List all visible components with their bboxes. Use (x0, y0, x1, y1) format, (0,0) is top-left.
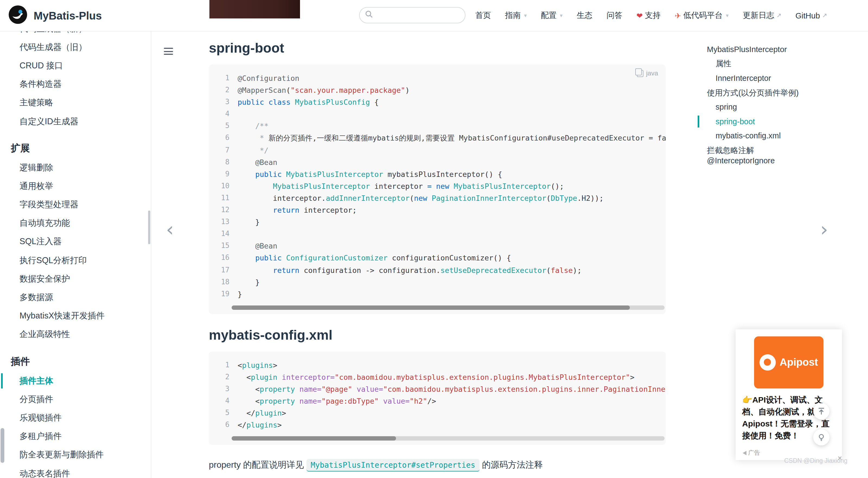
nav-item-4[interactable]: 生态 (577, 10, 592, 21)
section-heading-spring-boot: spring-boot (209, 40, 665, 56)
sidebar-item[interactable]: 数据安全保护 (0, 270, 151, 288)
code-line: public MybatisPlusInterceptor mybatisPlu… (238, 168, 665, 180)
line-number: 6 (209, 132, 229, 144)
prev-page-button[interactable]: ‹ (166, 220, 174, 239)
external-link-icon: ↗ (822, 12, 827, 19)
horizontal-scrollbar-thumb[interactable] (231, 437, 396, 441)
code-lang-text: java (646, 69, 658, 77)
search-input[interactable] (376, 10, 460, 20)
close-icon[interactable]: × (838, 454, 842, 462)
sidebar-item[interactable]: 多数据源 (0, 288, 151, 307)
line-number-gutter: 123456 (209, 359, 229, 431)
toc-item[interactable]: spring (707, 100, 803, 115)
line-number: 2 (209, 84, 229, 96)
code-block-java: java 12345678910111213141516171819 @Conf… (209, 65, 665, 314)
apipost-logo[interactable]: Apipost (754, 336, 824, 388)
toc-item[interactable]: MybatisPlusInterceptor (707, 42, 803, 57)
sidebar-item[interactable]: 多租户插件 (0, 427, 151, 446)
line-number: 12 (209, 204, 229, 216)
sidebar-item[interactable]: CRUD 接口 (0, 57, 151, 75)
line-number: 13 (209, 216, 229, 228)
back-to-top-button[interactable] (813, 403, 830, 419)
line-number: 18 (209, 276, 229, 288)
menu-icon[interactable] (164, 48, 173, 57)
logo-icon (9, 5, 27, 26)
toc-item[interactable]: mybatis-config.xml (707, 129, 803, 143)
line-number: 9 (209, 168, 229, 180)
line-number: 19 (209, 288, 229, 300)
toc-item[interactable]: 使用方式(以分页插件举例) (707, 86, 803, 100)
horizontal-scrollbar[interactable] (231, 437, 664, 441)
brand[interactable]: MyBatis-Plus (9, 5, 102, 26)
sidebar-item[interactable]: 自动填充功能 (0, 214, 151, 233)
sidebar-scrollbar-thumb[interactable] (148, 210, 150, 244)
line-number: 14 (209, 228, 229, 240)
code-line: </plugin> (238, 407, 665, 419)
sidebar-item[interactable]: 自定义ID生成器 (0, 112, 151, 131)
inline-code-link[interactable]: MybatisPlusInterceptor#setProperties (306, 459, 479, 472)
nav-item-label: 首页 (475, 10, 491, 21)
next-page-button[interactable]: › (820, 220, 828, 239)
nav-item-7[interactable]: ✈低代码平台▾ (675, 10, 729, 21)
code-line: } (238, 276, 665, 288)
apipost-logo-text: Apipost (780, 356, 818, 368)
line-number: 6 (209, 419, 229, 431)
line-number: 16 (209, 252, 229, 264)
sidebar-item[interactable]: 乐观锁插件 (0, 409, 151, 427)
code-line: public ConfigurationCustomizer configura… (238, 252, 665, 264)
line-number: 7 (209, 144, 229, 156)
sidebar-item[interactable]: 逻辑删除 (0, 158, 151, 177)
copy-icon[interactable] (637, 70, 643, 77)
code-line: public class MybatisPlusConfig { (238, 96, 665, 108)
nav-item-6[interactable]: ❤支持 (637, 10, 660, 21)
sidebar-item[interactable]: 字段类型处理器 (0, 196, 151, 214)
chevron-down-icon: ▾ (560, 12, 563, 19)
search-box[interactable] (359, 7, 465, 23)
toc-item[interactable]: InnerInterceptor (707, 71, 803, 86)
sidebar-item[interactable]: MybatisX快速开发插件 (0, 307, 151, 325)
toc-item[interactable]: 拦截忽略注解 @InterceptorIgnore (707, 143, 803, 168)
nav-item-label: 问答 (607, 10, 622, 21)
sidebar-nav: 代码生成器（新）代码生成器（旧）CRUD 接口条件构造器主键策略自定义ID生成器… (0, 31, 151, 478)
sidebar-item[interactable]: 执行SQL分析打印 (0, 251, 151, 270)
code-line: <plugins> (238, 359, 665, 371)
ad-flag-icon (743, 451, 746, 455)
line-number: 4 (209, 108, 229, 120)
window-scrollbar-thumb[interactable] (1, 428, 4, 463)
horizontal-scrollbar[interactable] (231, 305, 664, 310)
paragraph-text: 的源码方法注释 (479, 460, 543, 470)
code-line: } (238, 288, 665, 300)
toc-item[interactable]: 属性 (707, 57, 803, 71)
sidebar-item[interactable]: 分页插件 (0, 390, 151, 409)
code-line: */ (238, 144, 665, 156)
sidebar-item[interactable]: 防全表更新与删除插件 (0, 446, 151, 465)
sidebar-item[interactable]: SQL注入器 (0, 233, 151, 251)
line-number: 10 (209, 180, 229, 192)
sidebar-item[interactable]: 条件构造器 (0, 75, 151, 94)
sidebar-item[interactable]: 动态表名插件 (0, 465, 151, 478)
sidebar-item[interactable]: 企业高级特性 (0, 326, 151, 344)
code-line: interceptor.addInnerInterceptor(new Pagi… (238, 192, 665, 204)
code-line: <plugin interceptor="com.baomidou.mybati… (238, 371, 665, 383)
nav-item-9[interactable]: GitHub↗ (796, 11, 827, 20)
horizontal-scrollbar-thumb[interactable] (231, 305, 630, 310)
nav-item-2[interactable]: 指南▾ (505, 10, 527, 21)
navbar: MyBatis-Plus 首页指南▾配置▾生态问答❤支持✈低代码平台▾更新日志↗… (0, 0, 868, 31)
nav-item-8[interactable]: 更新日志↗ (743, 10, 781, 21)
nav-item-1[interactable]: 首页 (475, 10, 491, 21)
toc-item[interactable]: spring-boot (707, 115, 803, 129)
sidebar-item[interactable]: 代码生成器（旧） (0, 38, 151, 56)
feedback-button[interactable] (813, 429, 830, 445)
sidebar-item[interactable]: 代码生成器（新） (0, 31, 151, 38)
nav-item-label: 生态 (577, 10, 592, 21)
code-line: MybatisPlusInterceptor interceptor = new… (238, 180, 665, 192)
sidebar-item[interactable]: 插件主体 (0, 372, 151, 390)
nav-item-label: 更新日志 (743, 10, 774, 21)
code-line: </plugins> (238, 419, 665, 431)
sidebar-item[interactable]: 主键策略 (0, 94, 151, 112)
line-number: 1 (209, 359, 229, 371)
nav-item-3[interactable]: 配置▾ (541, 10, 563, 21)
paragraph-text: property 的配置说明详见 (209, 460, 306, 470)
nav-item-5[interactable]: 问答 (607, 10, 622, 21)
sidebar-item[interactable]: 通用枚举 (0, 177, 151, 196)
